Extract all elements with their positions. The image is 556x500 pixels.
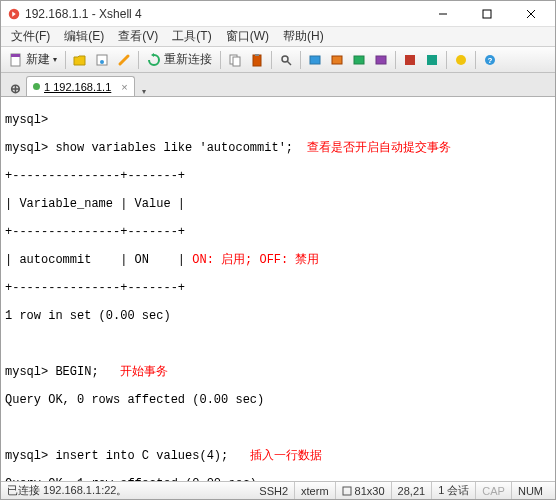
menu-tools[interactable]: 工具(T) [166,26,217,47]
svg-rect-24 [343,487,351,495]
properties-icon[interactable] [114,50,134,70]
minimize-button[interactable] [421,2,465,26]
new-button-label: 新建 [26,51,50,68]
menubar: 文件(F) 编辑(E) 查看(V) 工具(T) 窗口(W) 帮助(H) [1,27,555,47]
tool6-icon[interactable] [422,50,442,70]
status-dot-icon [33,83,40,90]
menu-view[interactable]: 查看(V) [112,26,164,47]
svg-rect-19 [405,55,415,65]
svg-text:?: ? [488,56,493,65]
tool2-icon[interactable] [327,50,347,70]
tool5-icon[interactable] [400,50,420,70]
svg-line-14 [287,61,291,65]
status-num: NUM [512,485,549,497]
status-ssh: SSH2 [253,482,295,499]
status-sessions: 1 会话 [432,482,476,499]
copy-icon[interactable] [225,50,245,70]
menu-window[interactable]: 窗口(W) [220,26,275,47]
svg-rect-16 [332,56,342,64]
status-pos: 28,21 [392,482,433,499]
menu-edit[interactable]: 编辑(E) [58,26,110,47]
toolbar: 新建▾ 重新连接 ? [1,47,555,73]
close-button[interactable] [509,2,553,26]
tool7-icon[interactable] [451,50,471,70]
help-icon[interactable]: ? [480,50,500,70]
reconnect-label: 重新连接 [164,51,212,68]
svg-rect-15 [310,56,320,64]
find-icon[interactable] [276,50,296,70]
status-size: 81x30 [355,485,385,497]
svg-rect-17 [354,56,364,64]
status-connection: 已连接 192.168.1.1:22。 [7,483,127,498]
menu-file[interactable]: 文件(F) [5,26,56,47]
open-icon[interactable] [70,50,90,70]
titlebar: 192.168.1.1 - Xshell 4 [1,1,555,27]
terminal[interactable]: mysql> mysql> show variables like 'autoc… [1,97,555,481]
save-icon[interactable] [92,50,112,70]
status-cap: CAP [476,482,512,499]
terminal-tab[interactable]: 1 192.168.1.1 × [26,76,135,96]
tabbar: ⊕ 1 192.168.1.1 × ▾ [1,73,555,97]
svg-rect-2 [483,10,491,18]
tab-add-button[interactable]: ⊕ [7,80,23,96]
tool3-icon[interactable] [349,50,369,70]
svg-rect-12 [255,54,259,56]
status-term: xterm [295,482,336,499]
statusbar: 已连接 192.168.1.1:22。 SSH2 xterm 81x30 28,… [1,481,555,499]
app-icon [7,7,21,21]
tool1-icon[interactable] [305,50,325,70]
svg-rect-18 [376,56,386,64]
new-button[interactable]: 新建▾ [5,50,61,70]
svg-rect-20 [427,55,437,65]
window-title: 192.168.1.1 - Xshell 4 [25,7,421,21]
menu-help[interactable]: 帮助(H) [277,26,330,47]
size-icon [342,486,352,496]
tool4-icon[interactable] [371,50,391,70]
paste-icon[interactable] [247,50,267,70]
svg-rect-6 [11,54,20,57]
maximize-button[interactable] [465,2,509,26]
svg-point-21 [456,55,466,65]
tab-close-icon[interactable]: × [121,81,127,93]
tab-label: 1 192.168.1.1 [44,81,111,93]
svg-point-8 [100,60,104,64]
tab-dropdown-icon[interactable]: ▾ [142,87,146,96]
svg-rect-10 [233,57,240,66]
reconnect-button[interactable]: 重新连接 [143,50,216,70]
svg-rect-11 [253,55,261,66]
